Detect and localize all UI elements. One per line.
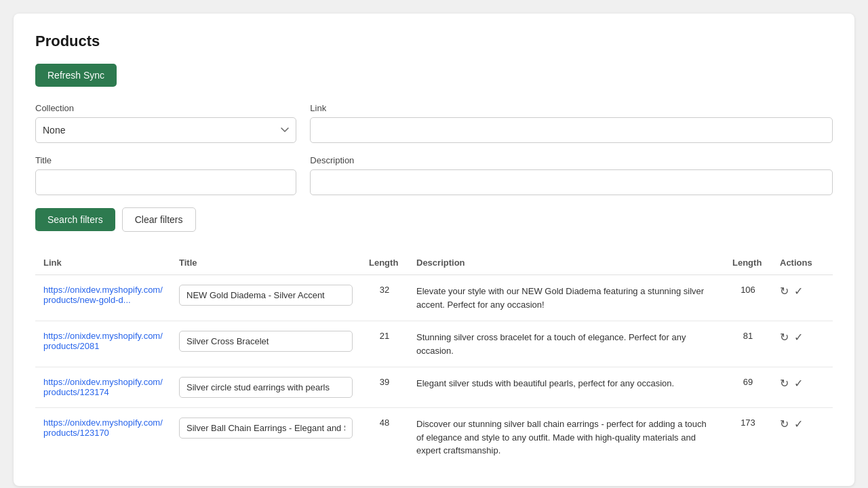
filter-row-2: Title Description (35, 155, 833, 195)
table-row: https://onixdev.myshopify.com/products/1… (35, 367, 833, 408)
cell-description-1: Stunning silver cross bracelet for a tou… (408, 321, 724, 367)
refresh-icon-2[interactable]: ↻ (780, 377, 789, 390)
link-input[interactable] (310, 117, 833, 143)
cell-title-length-0: 32 (361, 275, 408, 321)
title-field-2[interactable] (179, 377, 353, 398)
description-filter-group: Description (310, 155, 833, 195)
title-input[interactable] (35, 169, 296, 195)
cell-actions-3: ↻ ✓ (772, 408, 833, 467)
cell-actions-2: ↻ ✓ (772, 367, 833, 408)
cell-link-1: https://onixdev.myshopify.com/products/2… (35, 321, 171, 367)
refresh-icon-0[interactable]: ↻ (780, 285, 789, 298)
confirm-icon-3[interactable]: ✓ (794, 418, 803, 430)
refresh-icon-3[interactable]: ↻ (780, 418, 789, 430)
cell-link-2: https://onixdev.myshopify.com/products/1… (35, 367, 171, 408)
table-row: https://onixdev.myshopify.com/products/1… (35, 408, 833, 467)
cell-title-length-3: 48 (361, 408, 408, 467)
cell-title-length-2: 39 (361, 367, 408, 408)
cell-actions-0: ↻ ✓ (772, 275, 833, 321)
cell-title-length-1: 21 (361, 321, 408, 367)
col-header-link: Link (35, 251, 171, 275)
search-filters-button[interactable]: Search filters (35, 208, 115, 231)
cell-desc-length-0: 106 (724, 275, 772, 321)
product-link-2[interactable]: https://onixdev.myshopify.com/products/1… (43, 377, 163, 397)
title-field-3[interactable] (179, 418, 353, 439)
cell-title-3 (171, 408, 361, 467)
clear-filters-button[interactable]: Clear filters (122, 207, 196, 232)
cell-description-2: Elegant silver studs with beautiful pear… (408, 367, 724, 408)
description-label: Description (310, 155, 833, 165)
cell-actions-1: ↻ ✓ (772, 321, 833, 367)
cell-link-0: https://onixdev.myshopify.com/products/n… (35, 275, 171, 321)
collection-filter-group: Collection None Earrings Bracelets Neckl… (35, 103, 296, 143)
cell-desc-length-2: 69 (724, 367, 772, 408)
title-label: Title (35, 155, 296, 165)
cell-description-0: Elevate your style with our NEW Gold Dia… (408, 275, 724, 321)
col-header-description: Description (408, 251, 724, 275)
link-label: Link (310, 103, 833, 113)
title-field-1[interactable] (179, 331, 353, 352)
confirm-icon-0[interactable]: ✓ (794, 285, 803, 298)
refresh-icon-1[interactable]: ↻ (780, 331, 789, 344)
col-header-title: Title (171, 251, 361, 275)
table-row: https://onixdev.myshopify.com/products/2… (35, 321, 833, 367)
table-header-row: Link Title Length Description Length Act… (35, 251, 833, 275)
products-card: Products Refresh Sync Collection None Ea… (14, 14, 854, 486)
col-header-length-desc: Length (724, 251, 772, 275)
collection-select[interactable]: None Earrings Bracelets Necklaces (35, 117, 296, 143)
cell-description-3: Discover our stunning silver ball chain … (408, 408, 724, 467)
col-header-length-title: Length (361, 251, 408, 275)
product-link-3[interactable]: https://onixdev.myshopify.com/products/1… (43, 418, 163, 438)
description-input[interactable] (310, 169, 833, 195)
cell-title-2 (171, 367, 361, 408)
cell-desc-length-3: 173 (724, 408, 772, 467)
filter-actions-row: Search filters Clear filters (35, 207, 833, 232)
cell-title-1 (171, 321, 361, 367)
col-header-actions: Actions (772, 251, 833, 275)
link-filter-group: Link (310, 103, 833, 143)
title-filter-group: Title (35, 155, 296, 195)
product-link-0[interactable]: https://onixdev.myshopify.com/products/n… (43, 285, 163, 305)
title-field-0[interactable] (179, 285, 353, 306)
collection-label: Collection (35, 103, 296, 113)
cell-title-0 (171, 275, 361, 321)
product-link-1[interactable]: https://onixdev.myshopify.com/products/2… (43, 331, 163, 351)
cell-desc-length-1: 81 (724, 321, 772, 367)
refresh-sync-button[interactable]: Refresh Sync (35, 64, 117, 87)
products-table: Link Title Length Description Length Act… (35, 251, 833, 467)
table-row: https://onixdev.myshopify.com/products/n… (35, 275, 833, 321)
confirm-icon-1[interactable]: ✓ (794, 331, 803, 344)
filter-row-1: Collection None Earrings Bracelets Neckl… (35, 103, 833, 143)
page-title: Products (35, 33, 833, 50)
confirm-icon-2[interactable]: ✓ (794, 377, 803, 390)
cell-link-3: https://onixdev.myshopify.com/products/1… (35, 408, 171, 467)
